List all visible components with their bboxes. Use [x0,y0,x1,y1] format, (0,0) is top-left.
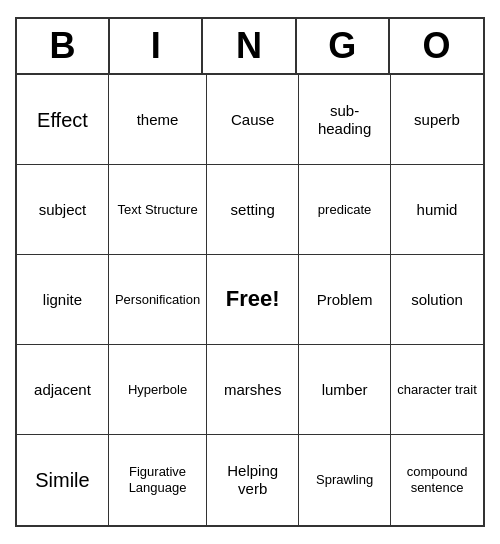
bingo-header: BINGO [17,19,483,75]
bingo-cell-3: sub-heading [299,75,391,165]
header-letter-i: I [110,19,203,73]
bingo-cell-8: predicate [299,165,391,255]
bingo-cell-15: adjacent [17,345,109,435]
bingo-cell-0: Effect [17,75,109,165]
bingo-cell-4: superb [391,75,483,165]
bingo-cell-2: Cause [207,75,299,165]
bingo-grid: EffectthemeCausesub-headingsuperbsubject… [17,75,483,525]
bingo-cell-22: Helping verb [207,435,299,525]
bingo-cell-7: setting [207,165,299,255]
bingo-cell-9: humid [391,165,483,255]
bingo-cell-12: Free! [207,255,299,345]
bingo-cell-1: theme [109,75,207,165]
bingo-cell-17: marshes [207,345,299,435]
header-letter-n: N [203,19,296,73]
bingo-cell-13: Problem [299,255,391,345]
bingo-cell-6: Text Structure [109,165,207,255]
header-letter-b: B [17,19,110,73]
header-letter-o: O [390,19,483,73]
bingo-cell-10: lignite [17,255,109,345]
bingo-cell-20: Simile [17,435,109,525]
bingo-cell-14: solution [391,255,483,345]
bingo-cell-11: Personification [109,255,207,345]
header-letter-g: G [297,19,390,73]
bingo-cell-21: Figurative Language [109,435,207,525]
bingo-cell-24: compound sentence [391,435,483,525]
bingo-cell-19: character trait [391,345,483,435]
bingo-cell-18: lumber [299,345,391,435]
bingo-card: BINGO EffectthemeCausesub-headingsuperbs… [15,17,485,527]
bingo-cell-5: subject [17,165,109,255]
bingo-cell-23: Sprawling [299,435,391,525]
bingo-cell-16: Hyperbole [109,345,207,435]
